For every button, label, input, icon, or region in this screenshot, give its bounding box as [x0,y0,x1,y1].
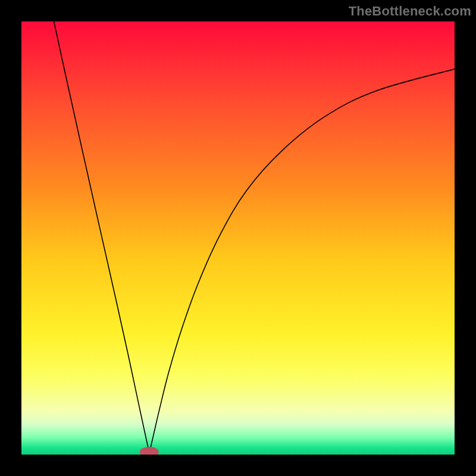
chart-frame: TheBottleneck.com [0,0,476,476]
plot-area [21,21,455,455]
watermark-text: TheBottleneck.com [349,4,471,19]
chart-svg [21,21,455,455]
